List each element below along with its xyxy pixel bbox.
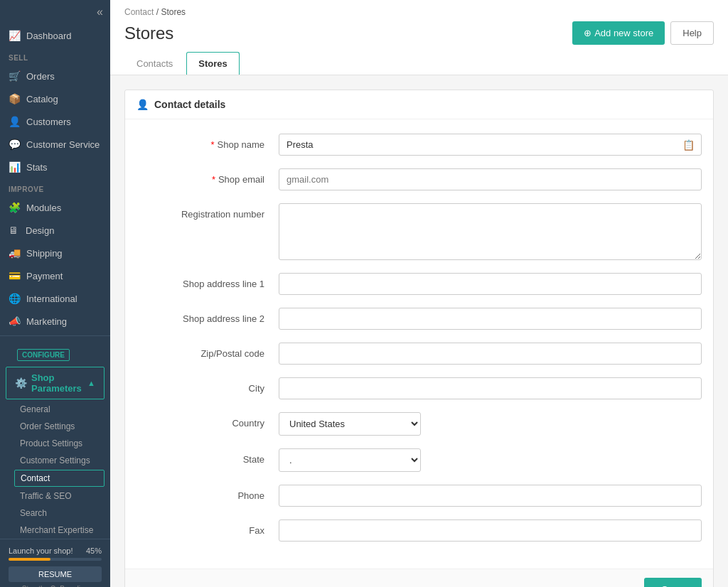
field-country: Country United States France Germany Spa… [136, 412, 702, 436]
tab-stores[interactable]: Stores [186, 52, 239, 75]
sidebar-item-label: Payment [26, 271, 63, 281]
contact-details-card: 👤 Contact details *Shop name 📋 [124, 90, 714, 587]
phone-input[interactable] [279, 485, 702, 507]
improve-section-label: IMPROVE [0, 178, 110, 196]
header-actions: ⊕ Add new store Help [572, 21, 714, 45]
chevron-up-icon: ▲ [87, 379, 95, 387]
page-title: Stores [124, 23, 173, 43]
label-address-line2: Shop address line 2 [136, 308, 279, 324]
orders-icon: 🛒 [9, 70, 21, 82]
main-content: Contact / Stores Stores ⊕ Add new store … [110, 0, 728, 587]
sidebar-item-orders[interactable]: 🛒 Orders [0, 65, 110, 87]
shop-email-input[interactable] [279, 168, 702, 190]
marketing-icon: 📣 [9, 316, 21, 327]
launch-progress-label: Launch your shop! 45% [9, 546, 102, 555]
sidebar-item-label: Shipping [26, 248, 63, 259]
tab-contacts[interactable]: Contacts [124, 52, 185, 75]
customers-icon: 👤 [9, 116, 21, 127]
address-line2-input[interactable] [279, 308, 702, 330]
tabs-bar: Contacts Stores [124, 52, 714, 75]
label-shop-name: *Shop name [136, 134, 279, 150]
field-zip: Zip/Postal code [136, 343, 702, 365]
sidebar-sub-order-settings[interactable]: Order Settings [0, 418, 110, 435]
sidebar-item-label: Dashboard [26, 31, 72, 41]
sidebar-item-payment[interactable]: 💳 Payment [0, 264, 110, 287]
label-state: State [136, 448, 279, 465]
sidebar-item-label: Customer Service [26, 139, 100, 150]
sidebar-item-customer-service[interactable]: 💬 Customer Service [0, 133, 110, 156]
sidebar: « 📈 Dashboard SELL 🛒 Orders 📦 Catalog 👤 … [0, 0, 110, 587]
field-state: State . [136, 448, 702, 472]
shop-name-input[interactable] [279, 134, 702, 156]
fax-input[interactable] [279, 519, 702, 542]
sidebar-item-label: Catalog [26, 94, 58, 104]
field-fax: Fax [136, 519, 702, 542]
dashboard-icon: 📈 [9, 30, 21, 41]
main-header: Contact / Stores Stores ⊕ Add new store … [110, 0, 728, 75]
sidebar-item-catalog[interactable]: 📦 Catalog [0, 87, 110, 110]
field-address-line1: Shop address line 1 [136, 273, 702, 295]
shop-name-wrapper: 📋 [279, 134, 702, 156]
sidebar-item-modules[interactable]: 🧩 Modules [0, 196, 110, 219]
sidebar-toggle[interactable]: « [0, 0, 110, 24]
sidebar-item-label: Customers [26, 117, 71, 127]
required-star: * [212, 174, 215, 185]
help-button[interactable]: Help [670, 21, 714, 45]
field-shop-name: *Shop name 📋 [136, 134, 702, 156]
sidebar-item-stats[interactable]: 📊 Stats [0, 156, 110, 178]
sidebar-item-shop-parameters[interactable]: ⚙️ Shop Parameters ▲ [6, 367, 105, 399]
label-city: City [136, 377, 279, 394]
shipping-icon: 🚚 [9, 247, 21, 259]
sidebar-item-label: Design [26, 225, 54, 236]
sidebar-sub-traffic-seo[interactable]: Traffic & SEO [0, 488, 110, 505]
add-new-store-button[interactable]: ⊕ Add new store [572, 21, 665, 45]
sidebar-item-label: Stats [26, 162, 48, 173]
sidebar-item-label: International [26, 294, 77, 304]
page-title-row: Stores ⊕ Add new store Help [124, 21, 714, 45]
sidebar-sub-general[interactable]: General [0, 401, 110, 418]
card-title: Contact details [154, 99, 225, 110]
state-select[interactable]: . [279, 448, 421, 472]
sidebar-sub-customer-settings[interactable]: Customer Settings [0, 452, 110, 469]
sidebar-item-dashboard[interactable]: 📈 Dashboard [0, 24, 110, 47]
field-phone: Phone [136, 485, 702, 507]
field-address-line2: Shop address line 2 [136, 308, 702, 330]
catalog-icon: 📦 [9, 93, 21, 104]
sidebar-sub-product-settings[interactable]: Product Settings [0, 435, 110, 452]
sidebar-item-label: Modules [26, 203, 61, 213]
address-line1-input[interactable] [279, 273, 702, 295]
zip-input[interactable] [279, 343, 702, 365]
collapse-icon: « [97, 6, 103, 18]
sidebar-item-international[interactable]: 🌐 International [0, 287, 110, 310]
required-star: * [210, 139, 214, 150]
registration-number-input[interactable] [279, 203, 702, 260]
sidebar-item-design[interactable]: 🖥 Design [0, 219, 110, 242]
configure-label: CONFIGURE [17, 349, 70, 361]
breadcrumb: Contact / Stores [124, 7, 714, 17]
label-address-line1: Shop address line 1 [136, 273, 279, 289]
breadcrumb-contact[interactable]: Contact [124, 7, 154, 17]
calendar-icon: 📋 [682, 139, 695, 151]
sidebar-item-shipping[interactable]: 🚚 Shipping [0, 242, 110, 264]
card-header: 👤 Contact details [125, 90, 713, 119]
sidebar-item-customers[interactable]: 👤 Customers [0, 110, 110, 133]
save-button[interactable]: Save [644, 578, 702, 587]
label-country: Country [136, 412, 279, 429]
field-city: City [136, 377, 702, 399]
sidebar-sub-search[interactable]: Search [0, 505, 110, 522]
international-icon: 🌐 [9, 293, 21, 304]
sidebar-sub-contact[interactable]: Contact [14, 470, 105, 487]
stats-icon: 📊 [9, 161, 21, 173]
resume-button[interactable]: RESUME [9, 566, 102, 582]
card-body: *Shop name 📋 *Shop email Regis [125, 119, 713, 569]
modules-icon: 🧩 [9, 202, 21, 213]
breadcrumb-current: Stores [161, 7, 186, 17]
payment-icon: 💳 [9, 270, 21, 281]
sidebar-item-marketing[interactable]: 📣 Marketing [0, 310, 110, 333]
city-input[interactable] [279, 377, 702, 399]
sidebar-sub-merchant-expertise[interactable]: Merchant Expertise [0, 522, 110, 539]
field-shop-email: *Shop email [136, 168, 702, 190]
label-registration-number: Registration number [136, 203, 279, 220]
country-select[interactable]: United States France Germany Spain Unite… [279, 412, 421, 436]
customer-service-icon: 💬 [9, 139, 21, 150]
